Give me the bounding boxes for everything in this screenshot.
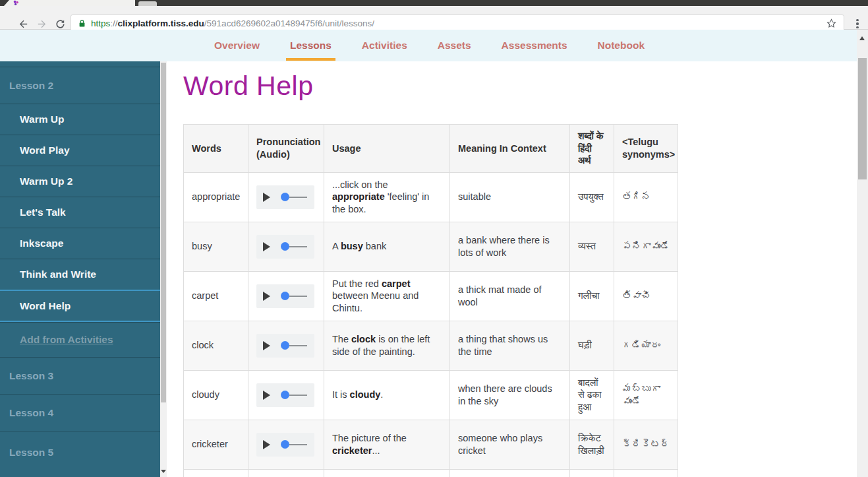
audio-slider-knob[interactable] [281, 193, 289, 201]
word-cell: carpet [184, 271, 248, 321]
url-domain: clixplatform.tiss.edu [118, 18, 204, 28]
tab-assessments[interactable]: Assessments [502, 30, 567, 61]
meaning-cell: when there are clouds in the sky [450, 370, 570, 420]
audio-slider-track [289, 197, 307, 198]
sidebar-item-let-s-talk[interactable]: Let's Talk [0, 197, 160, 228]
audio-slider[interactable] [281, 391, 307, 399]
url-text: https://clixplatform.tiss.edu/591acd6269… [91, 18, 374, 28]
usage-cell: The picture of the cricketer... [324, 420, 450, 469]
usage-cell: Put the red carpet between Meenu and Chi… [324, 271, 450, 321]
play-icon[interactable] [263, 292, 270, 301]
sidebar-item-lesson-3[interactable]: Lesson 3 [0, 357, 160, 394]
table-header-row: WordsPronunciation (Audio)UsageMeaning I… [184, 125, 678, 173]
telugu-cell: తగిన [614, 172, 678, 222]
bookmark-star-icon[interactable] [826, 18, 837, 29]
tab-assets[interactable]: Assets [438, 30, 471, 61]
audio-player[interactable] [256, 383, 314, 407]
pronunciation-cell [248, 321, 324, 370]
reload-icon [55, 18, 66, 30]
audio-slider-knob[interactable] [281, 292, 289, 300]
table-row: a can for throwing [184, 469, 678, 477]
sidebar-item-lesson-2[interactable]: Lesson 2 [0, 67, 160, 104]
audio-slider-track [289, 296, 307, 297]
telugu-cell: తివాచీ [614, 271, 678, 321]
audio-slider[interactable] [281, 440, 307, 449]
url-scheme: https [91, 18, 110, 28]
audio-slider[interactable] [281, 292, 307, 300]
tab-notebook[interactable]: Notebook [598, 30, 645, 61]
audio-player[interactable] [256, 185, 314, 209]
hindi-cell: गलीचा [570, 271, 614, 321]
tab-overview[interactable]: Overview [214, 30, 260, 61]
tab-favicon-icon [13, 0, 19, 6]
pronunciation-cell [248, 172, 324, 222]
audio-slider-knob[interactable] [281, 341, 289, 350]
audio-slider[interactable] [281, 242, 307, 251]
sidebar-item-word-play[interactable]: Word Play [0, 135, 160, 166]
column-header-meaning-in-context: Meaning In Context [450, 125, 570, 173]
unit-nav-strip: OverviewLessonsActivitiesAssetsAssessmen… [0, 30, 868, 61]
page-scroll-up-icon[interactable] [859, 36, 865, 40]
lessons-sidebar: Lesson 2Warm UpWord PlayWarm Up 2Let's T… [0, 61, 160, 477]
audio-slider-track [289, 345, 307, 346]
word-cell: cricketer [184, 420, 248, 469]
tab-activities[interactable]: Activities [362, 30, 407, 61]
sidebar-spacer [0, 61, 160, 67]
browser-menu-button[interactable] [852, 16, 863, 31]
pronunciation-cell [248, 271, 324, 321]
browser-tab[interactable] [138, 1, 157, 6]
audio-slider-knob[interactable] [281, 440, 289, 449]
sidebar-scrollbar-thumb[interactable] [161, 63, 166, 402]
sidebar-item-warm-up[interactable]: Warm Up [0, 104, 160, 135]
audio-slider-track [289, 246, 307, 247]
audio-slider-track [289, 395, 307, 396]
meaning-cell: a thing that shows us the time [450, 321, 570, 370]
hindi-cell: व्यस्त [570, 222, 614, 271]
sidebar-scrollbar[interactable] [160, 61, 167, 477]
unit-tabs: OverviewLessonsActivitiesAssetsAssessmen… [214, 30, 645, 61]
pronunciation-cell [248, 469, 324, 477]
page-scrollbar[interactable] [857, 30, 868, 477]
browser-toolbar: https://clixplatform.tiss.edu/591acd6269… [0, 6, 868, 30]
sidebar-item-add-from-activities[interactable]: Add from Activities [0, 322, 160, 357]
column-header-pronunciation-audio: Pronunciation (Audio) [248, 125, 324, 173]
tab-lessons[interactable]: Lessons [290, 30, 332, 61]
pronunciation-cell [248, 420, 324, 469]
usage-cell: The clock is on the left side of the pai… [324, 321, 450, 370]
lock-icon [78, 19, 86, 28]
word-cell: appropriate [184, 172, 248, 222]
sidebar-item-inkscape[interactable]: Inkscape [0, 228, 160, 259]
sidebar-scroll-down-icon[interactable] [161, 470, 166, 473]
word-help-table: WordsPronunciation (Audio)UsageMeaning I… [183, 124, 678, 477]
usage-cell: It is cloudy. [324, 370, 450, 420]
audio-slider-knob[interactable] [281, 391, 289, 399]
sidebar-item-lesson-5[interactable]: Lesson 5 [0, 431, 160, 474]
meaning-cell: someone who plays cricket [450, 420, 570, 469]
audio-player[interactable] [256, 284, 314, 308]
sidebar-item-word-help[interactable]: Word Help [0, 290, 160, 322]
play-icon[interactable] [263, 193, 270, 202]
play-icon[interactable] [263, 341, 270, 350]
play-icon[interactable] [263, 391, 270, 400]
usage-cell: ...click on the appropriate 'feeling' in… [324, 172, 450, 222]
sidebar-item-warm-up-2[interactable]: Warm Up 2 [0, 166, 160, 197]
browser-window: https://clixplatform.tiss.edu/591acd6269… [0, 0, 868, 477]
hindi-cell: घड़ी [570, 321, 614, 370]
window-frame [135, 0, 868, 6]
play-icon[interactable] [263, 440, 270, 449]
telugu-cell: పనిగావుండే [614, 222, 678, 271]
play-icon[interactable] [263, 242, 270, 251]
sidebar-item-think-and-write[interactable]: Think and Write [0, 259, 160, 290]
audio-slider-knob[interactable] [281, 242, 289, 251]
sidebar-item-lesson-4[interactable]: Lesson 4 [0, 394, 160, 431]
audio-slider[interactable] [281, 341, 307, 350]
audio-slider-track [289, 444, 307, 445]
audio-player[interactable] [256, 334, 314, 358]
audio-slider[interactable] [281, 193, 307, 201]
audio-player[interactable] [256, 433, 314, 457]
table-row-cricketer: cricketerThe picture of the cricketer...… [184, 420, 678, 469]
window-corner [0, 0, 9, 6]
audio-player[interactable] [256, 235, 314, 259]
meaning-cell: a thick mat made of wool [450, 271, 570, 321]
page-scrollbar-thumb[interactable] [858, 58, 867, 179]
